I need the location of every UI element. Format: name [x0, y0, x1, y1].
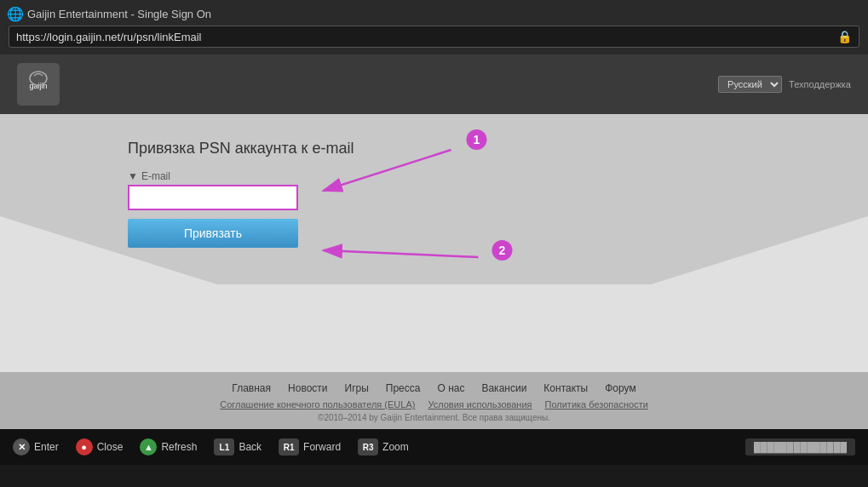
gaijin-header: gaijin Русский Техподдержка — [0, 54, 868, 114]
url-text: https://login.gaijin.net/ru/psn/linkEmai… — [16, 31, 832, 43]
email-label: ▼ E-mail — [128, 170, 868, 182]
zoom-button[interactable]: R3 Zoom — [358, 438, 409, 455]
back-button[interactable]: L1 Back — [214, 438, 262, 455]
support-link[interactable]: Техподдержка — [789, 79, 851, 89]
privacy-link[interactable]: Политика безопасности — [545, 399, 648, 410]
page-body: 1 2 Привязка PSN аккаунта к e-mail — [0, 114, 868, 429]
enter-label: Enter — [34, 441, 59, 453]
form-area: Привязка PSN аккаунта к e-mail ▼ E-mail … — [0, 114, 868, 372]
close-button[interactable]: ● Close — [76, 438, 124, 455]
lock-icon: 🔒 — [837, 30, 852, 43]
forward-button[interactable]: R1 Forward — [279, 438, 341, 455]
form-title: Привязка PSN аккаунта к e-mail — [128, 140, 868, 158]
main-content: gaijin Русский Техподдержка 1 — [0, 54, 868, 429]
footer-area: Главная Новости Игры Пресса О нас Ваканс… — [0, 372, 868, 429]
email-input[interactable] — [128, 185, 298, 210]
address-bar[interactable]: https://login.gaijin.net/ru/psn/linkEmai… — [9, 26, 859, 48]
header-right: Русский Техподдержка — [718, 76, 851, 93]
r1-icon: R1 — [279, 438, 299, 455]
forward-label: Forward — [303, 441, 341, 453]
browser-chrome: 🌐 Gaijin Entertainment - Single Sign On … — [0, 0, 868, 54]
r3-icon: R3 — [358, 438, 378, 455]
cross-icon: ✕ — [13, 438, 30, 455]
footer-nav: Главная Новости Игры Пресса О нас Ваканс… — [0, 382, 868, 394]
controller-bar: ✕ Enter ● Close ▲ Refresh L1 Back R1 For… — [0, 429, 868, 465]
triangle-icon: ▲ — [140, 438, 157, 455]
language-selector[interactable]: Русский — [718, 76, 782, 93]
refresh-button[interactable]: ▲ Refresh — [140, 438, 197, 455]
footer-copyright: ©2010–2014 by Gaijin Entertainment. Все … — [0, 413, 868, 422]
l1-icon: L1 — [214, 438, 234, 455]
nav-about[interactable]: О нас — [437, 382, 464, 394]
enter-button[interactable]: ✕ Enter — [13, 438, 59, 455]
close-label: Close — [97, 441, 124, 453]
eula-link[interactable]: Соглашение конечного пользователя (EULA) — [220, 399, 415, 410]
user-badge: ██████████████ — [745, 438, 855, 455]
browser-icon: 🌐 — [9, 7, 22, 20]
refresh-label: Refresh — [161, 441, 197, 453]
nav-news[interactable]: Новости — [288, 382, 327, 394]
terms-link[interactable]: Условия использования — [428, 399, 532, 410]
back-label: Back — [239, 441, 262, 453]
zoom-label: Zoom — [382, 441, 409, 453]
footer-legal: Соглашение конечного пользователя (EULA)… — [0, 399, 868, 410]
arrow-indicator: ▼ — [128, 170, 138, 182]
nav-press[interactable]: Пресса — [386, 382, 421, 394]
circle-icon: ● — [76, 438, 93, 455]
page-title: Gaijin Entertainment - Single Sign On — [27, 8, 211, 20]
browser-window: 🌐 Gaijin Entertainment - Single Sign On … — [0, 0, 868, 465]
nav-home[interactable]: Главная — [232, 382, 271, 394]
user-badge-text: ██████████████ — [754, 442, 847, 452]
nav-forum[interactable]: Форум — [605, 382, 635, 394]
nav-contacts[interactable]: Контакты — [543, 382, 588, 394]
gaijin-logo-icon: gaijin — [17, 63, 60, 106]
submit-button[interactable]: Привязать — [128, 219, 298, 248]
nav-games[interactable]: Игры — [345, 382, 369, 394]
gaijin-logo: gaijin — [17, 63, 60, 106]
title-bar: 🌐 Gaijin Entertainment - Single Sign On — [9, 7, 859, 20]
nav-jobs[interactable]: Вакансии — [481, 382, 526, 394]
